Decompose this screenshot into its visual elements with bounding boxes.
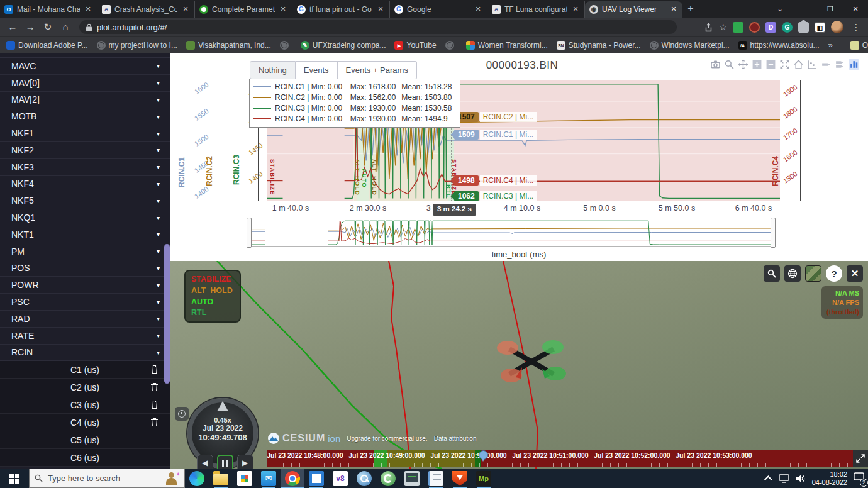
legend-row[interactable]: RCIN.C3 | Min: 0.00 Max: 1930.00 Mean: 1… bbox=[253, 103, 456, 113]
sidebar-message-group[interactable]: NKF1 ▾ bbox=[0, 125, 170, 142]
tab-search-chevron[interactable]: ⌄ bbox=[767, 0, 793, 18]
bookmark-item[interactable] bbox=[445, 41, 457, 50]
browser-tab[interactable]: Crash Analysis_Copter4 bbox=[97, 1, 195, 18]
sidebar-message-group[interactable]: NKT1 ▾ bbox=[0, 226, 170, 243]
taskbar-app-icon[interactable] bbox=[376, 469, 400, 488]
bookmark-item[interactable]: Studynama - Power... bbox=[557, 41, 641, 50]
browser-tab[interactable]: Google bbox=[390, 1, 487, 18]
annotation-mode-button[interactable]: Events bbox=[296, 61, 338, 79]
sidebar-channel-item[interactable]: C1 (us) bbox=[0, 361, 170, 379]
trash-icon[interactable] bbox=[150, 365, 159, 374]
taskbar-app-icon[interactable] bbox=[352, 469, 376, 488]
bookmark-item[interactable]: Women Transformi... bbox=[466, 41, 548, 50]
play-forward-button[interactable]: ▶ bbox=[237, 455, 253, 469]
browser-menu-icon[interactable]: ⋮ bbox=[849, 22, 863, 32]
sidebar-message-group[interactable]: MAV[0] ▾ bbox=[0, 75, 170, 92]
sidebar-message-group[interactable]: RATE ▾ bbox=[0, 328, 170, 345]
extension-d-icon[interactable]: D bbox=[765, 22, 776, 33]
scene-mode-globe-button[interactable] bbox=[784, 265, 801, 282]
hover-compare-icon[interactable] bbox=[835, 59, 845, 70]
sidebar-message-group[interactable]: NKF5 ▾ bbox=[0, 192, 170, 209]
bookmarks-overflow-icon[interactable]: » bbox=[828, 40, 833, 50]
action-center-icon[interactable]: 2 bbox=[854, 472, 864, 484]
step-back-button[interactable]: ◀ bbox=[197, 455, 213, 469]
sidebar-message-group[interactable]: MAV[2] ▾ bbox=[0, 92, 170, 109]
range-slider-left-handle[interactable] bbox=[247, 218, 252, 248]
search-highlights-icon[interactable]: ✦ bbox=[163, 471, 179, 486]
window-minimize-button[interactable]: ─ bbox=[793, 0, 818, 18]
zoom-icon[interactable] bbox=[724, 59, 735, 70]
profile-avatar[interactable] bbox=[831, 21, 843, 33]
new-tab-button[interactable]: + bbox=[682, 1, 699, 18]
tray-chevron-icon[interactable] bbox=[764, 475, 772, 484]
taskbar-app-icon[interactable] bbox=[472, 469, 496, 488]
range-slider-right-handle[interactable] bbox=[771, 218, 776, 248]
home-button[interactable]: ⌂ bbox=[58, 19, 73, 35]
hover-closest-icon[interactable] bbox=[821, 59, 832, 70]
taskbar-app-icon[interactable] bbox=[281, 469, 304, 488]
taskbar-app-icon[interactable] bbox=[400, 469, 424, 488]
reload-button[interactable]: ↻ bbox=[40, 19, 55, 35]
window-restore-button[interactable]: ❐ bbox=[818, 0, 843, 18]
browser-tab[interactable]: TF Luna configuration w bbox=[487, 1, 585, 18]
sidebar-message-group[interactable]: PM ▾ bbox=[0, 243, 170, 260]
extension-chat-icon[interactable] bbox=[733, 22, 743, 33]
legend-row[interactable]: RCIN.C1 | Min: 0.00 Max: 1618.00 Mean: 1… bbox=[253, 81, 456, 92]
timeline-current-time-marker[interactable] bbox=[479, 450, 487, 462]
bookmark-item[interactable]: Windows Marketpl... bbox=[650, 41, 730, 50]
trash-icon[interactable] bbox=[150, 400, 159, 409]
tab-close-icon[interactable] bbox=[376, 5, 385, 14]
toggle-spikelines-icon[interactable] bbox=[807, 59, 818, 70]
taskbar-app-icon[interactable] bbox=[304, 469, 328, 488]
upgrade-link[interactable]: Upgrade for commercial use. bbox=[347, 435, 427, 442]
time-range-slider[interactable] bbox=[248, 219, 774, 247]
annotation-mode-button[interactable]: Events + Params bbox=[338, 61, 417, 79]
cesium-map-view[interactable]: STABILIZE ALT_HOLD AUTO RTL ? ✕ N/A MS N… bbox=[170, 261, 868, 469]
legend-row[interactable]: RCIN.C4 | Min: 0.00 Max: 1930.00 Mean: 1… bbox=[253, 113, 456, 124]
geocoder-search-button[interactable] bbox=[764, 265, 780, 282]
navigation-help-button[interactable]: ? bbox=[826, 265, 842, 282]
bookmark-item[interactable]: YouTube bbox=[394, 41, 436, 50]
tab-close-icon[interactable] bbox=[181, 5, 190, 14]
tab-close-icon[interactable] bbox=[669, 5, 678, 14]
map-close-button[interactable]: ✕ bbox=[847, 265, 863, 282]
tab-close-icon[interactable] bbox=[474, 5, 482, 14]
bookmark-item[interactable]: https://www.absolu... bbox=[738, 41, 820, 50]
taskbar-app-icon[interactable] bbox=[424, 469, 448, 488]
bookmark-item[interactable] bbox=[280, 41, 292, 50]
bookmark-star-icon[interactable]: ☆ bbox=[719, 22, 727, 32]
trash-icon[interactable] bbox=[150, 382, 159, 392]
taskbar-app-icon[interactable] bbox=[185, 469, 209, 488]
taskbar-app-icon[interactable] bbox=[328, 469, 352, 488]
autoscale-icon[interactable] bbox=[779, 59, 790, 70]
sidebar-channel-item[interactable]: C4 (us) bbox=[0, 414, 170, 431]
address-bar[interactable]: plot.ardupilot.org/#/ bbox=[79, 20, 677, 34]
sidebar-message-group[interactable]: NKF4 ▾ bbox=[0, 176, 170, 193]
sidebar-channel-item[interactable]: C3 (us) bbox=[0, 396, 170, 414]
extension-red-icon[interactable] bbox=[749, 22, 760, 33]
shuttle-ring-pointer[interactable] bbox=[217, 401, 228, 411]
sidebar-message-group[interactable]: PSC ▾ bbox=[0, 294, 170, 311]
cesium-timeline[interactable]: Jul 23 2022 10:48:00.000 Jul 23 2022 10:… bbox=[267, 450, 853, 467]
forward-button[interactable]: → bbox=[23, 19, 38, 35]
bookmark-item[interactable]: my projectHow to I... bbox=[97, 41, 177, 50]
extensions-puzzle-icon[interactable] bbox=[798, 22, 809, 33]
sidebar-message-group[interactable]: POWR ▾ bbox=[0, 277, 170, 294]
taskbar-app-icon[interactable] bbox=[448, 469, 472, 488]
timeline-fullscreen-button[interactable] bbox=[853, 450, 868, 467]
sidebar-message-group[interactable]: NKQ1 ▾ bbox=[0, 209, 170, 226]
taskbar-search-input[interactable]: Type here to search ✦ bbox=[29, 469, 185, 488]
bookmark-item[interactable]: Visakhapatnam, Ind... bbox=[186, 41, 271, 50]
start-button[interactable] bbox=[0, 469, 29, 488]
sidebar-channel-item[interactable]: C5 (us) bbox=[0, 431, 170, 449]
tab-close-icon[interactable] bbox=[84, 5, 92, 14]
browser-tab[interactable]: Mail - Mohana Chandra bbox=[0, 1, 97, 18]
camera-icon[interactable] bbox=[710, 59, 721, 70]
base-layer-picker-button[interactable] bbox=[805, 265, 821, 282]
browser-tab[interactable]: UAV Log Viewer bbox=[585, 1, 682, 18]
taskbar-app-icon[interactable] bbox=[209, 469, 233, 488]
tray-clock[interactable]: 18:02 04-08-2022 bbox=[812, 470, 847, 487]
window-close-button[interactable]: ✕ bbox=[843, 0, 868, 18]
sidebar-message-group[interactable]: RCIN ▾ bbox=[0, 345, 170, 362]
plotly-logo-icon[interactable] bbox=[849, 59, 859, 70]
